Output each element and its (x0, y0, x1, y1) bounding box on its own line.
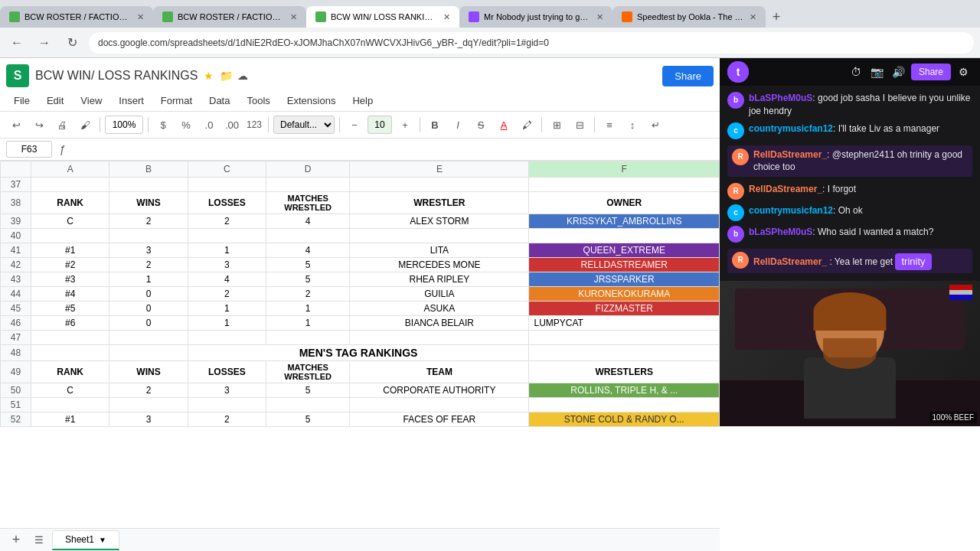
cell-f39[interactable]: KRISSYKAT_AMBROLLINS (529, 214, 720, 229)
cell-b45[interactable]: 0 (109, 302, 188, 316)
cell-a41[interactable]: #1 (31, 243, 109, 258)
menu-edit[interactable]: Edit (39, 92, 71, 109)
cell-c40[interactable] (188, 229, 266, 243)
font-select[interactable]: Default... (273, 116, 335, 134)
forward-button[interactable]: → (34, 32, 55, 54)
highlight-button[interactable]: 🖍 (517, 115, 537, 135)
cell-b44[interactable]: 0 (109, 287, 188, 302)
folder-icon[interactable]: 📁 (220, 70, 233, 82)
chat-username[interactable]: RellDaStreamer_ (749, 184, 822, 194)
print-button[interactable]: 🖨 (52, 115, 72, 135)
cell-e47[interactable] (350, 331, 529, 345)
chat-username[interactable]: RellDaStreamer_ (753, 256, 827, 267)
cell-e44[interactable]: GUILIA (350, 287, 529, 302)
cell-e51[interactable] (350, 398, 529, 412)
col-header-a[interactable]: A (31, 161, 109, 178)
italic-button[interactable]: I (448, 115, 468, 135)
col-header-d[interactable]: D (266, 161, 350, 178)
twitch-history-button[interactable]: ⏱ (847, 63, 865, 81)
grid-container[interactable]: A B C D E F 37 (0, 161, 720, 528)
cell-e38[interactable]: WRESTLER (350, 192, 529, 214)
cell-c44[interactable]: 2 (188, 287, 266, 302)
row-num-42[interactable]: 42 (1, 258, 31, 272)
chat-username[interactable]: RellDaStreamer_ (753, 149, 827, 160)
menu-file[interactable]: File (6, 92, 38, 109)
font-size-decrease[interactable]: − (345, 115, 364, 135)
cell-e52[interactable]: FACES OF FEAR (350, 412, 529, 427)
cell-a43[interactable]: #3 (31, 272, 109, 287)
tab-1[interactable]: BCW ROSTER / FACTION ROSTER - G... ✕ (0, 6, 153, 28)
tab-4-close[interactable]: ✕ (596, 12, 603, 22)
menu-data[interactable]: Data (201, 92, 237, 109)
add-sheet-button[interactable]: + (6, 530, 26, 550)
cell-c46[interactable]: 1 (188, 316, 266, 331)
cell-b48[interactable] (109, 345, 188, 361)
cell-a37[interactable] (31, 178, 109, 192)
menu-tools[interactable]: Tools (239, 92, 277, 109)
cell-c47[interactable] (188, 331, 266, 345)
percent-button[interactable]: % (176, 115, 196, 135)
cell-a42[interactable]: #2 (31, 258, 109, 272)
cell-reference[interactable]: F63 (6, 141, 52, 158)
cell-d52[interactable]: 5 (266, 412, 350, 427)
cell-f43[interactable]: JRSSPARKER (529, 272, 720, 287)
row-num-45[interactable]: 45 (1, 302, 31, 316)
cell-b47[interactable] (109, 331, 188, 345)
menu-insert[interactable]: Insert (111, 92, 152, 109)
wrap-button[interactable]: ↵ (645, 115, 665, 135)
chat-username[interactable]: bLaSPheM0uS (749, 93, 812, 103)
cell-b38[interactable]: WINS (109, 192, 188, 214)
cell-a48[interactable] (31, 345, 109, 361)
sheet-menu-button[interactable]: ☰ (29, 530, 49, 550)
row-num-47[interactable]: 47 (1, 331, 31, 345)
decimal-decrease-button[interactable]: .0 (199, 115, 219, 135)
row-num-44[interactable]: 44 (1, 287, 31, 302)
share-button[interactable]: Share (662, 66, 714, 86)
cell-e37[interactable] (350, 178, 529, 192)
cell-e41[interactable]: LITA (350, 243, 529, 258)
undo-button[interactable]: ↩ (6, 115, 26, 135)
new-tab-button[interactable]: + (766, 6, 787, 28)
cell-b50[interactable]: 2 (109, 383, 188, 398)
cloud-icon[interactable]: ☁ (237, 70, 248, 82)
cell-d50[interactable]: 5 (266, 383, 350, 398)
cell-a38[interactable]: RANK (31, 192, 109, 214)
reload-button[interactable]: ↻ (61, 32, 83, 54)
cell-a46[interactable]: #6 (31, 316, 109, 331)
cell-c52[interactable]: 2 (188, 412, 266, 427)
cell-f42[interactable]: RELLDASTREAMER (529, 258, 720, 272)
cell-e46[interactable]: BIANCA BELAIR (350, 316, 529, 331)
tab-5[interactable]: Speedtest by Ookla - The Global Bro... ✕ (612, 6, 766, 28)
strikethrough-button[interactable]: S (471, 115, 491, 135)
cell-b46[interactable]: 0 (109, 316, 188, 331)
cell-e49[interactable]: TEAM (350, 361, 529, 383)
menu-help[interactable]: Help (345, 92, 381, 109)
tab-2[interactable]: BCW ROSTER / FACTION ROSTER - G... ✕ (153, 6, 306, 28)
cell-d44[interactable]: 2 (266, 287, 350, 302)
row-num-52[interactable]: 52 (1, 412, 31, 427)
cell-d51[interactable] (266, 398, 350, 412)
align-button[interactable]: ≡ (599, 115, 619, 135)
twitch-settings-icon[interactable]: ⚙ (954, 63, 972, 81)
cell-e43[interactable]: RHEA RIPLEY (350, 272, 529, 287)
valign-button[interactable]: ↕ (622, 115, 642, 135)
cell-b43[interactable]: 1 (109, 272, 188, 287)
cell-c50[interactable]: 3 (188, 383, 266, 398)
cell-f48[interactable] (529, 345, 720, 361)
tab-3[interactable]: BCW WIN/ LOSS RANKINGS - G... ✕ (306, 6, 459, 28)
cell-b52[interactable]: 3 (109, 412, 188, 427)
tab-2-close[interactable]: ✕ (290, 12, 297, 22)
cell-d43[interactable]: 5 (266, 272, 350, 287)
cell-c48[interactable]: MEN'S TAG RANKINGS (188, 345, 529, 361)
paint-format-button[interactable]: 🖌 (75, 115, 95, 135)
cell-a45[interactable]: #5 (31, 302, 109, 316)
cell-e39[interactable]: ALEX STORM (350, 214, 529, 229)
cell-c42[interactable]: 3 (188, 258, 266, 272)
cell-c51[interactable] (188, 398, 266, 412)
row-num-39[interactable]: 39 (1, 214, 31, 229)
col-header-f[interactable]: F (529, 161, 720, 178)
share-button[interactable]: Share (911, 64, 951, 80)
col-header-e[interactable]: E (350, 161, 529, 178)
cell-a39[interactable]: C (31, 214, 109, 229)
cell-f52[interactable]: STONE COLD & RANDY O... (529, 412, 720, 427)
